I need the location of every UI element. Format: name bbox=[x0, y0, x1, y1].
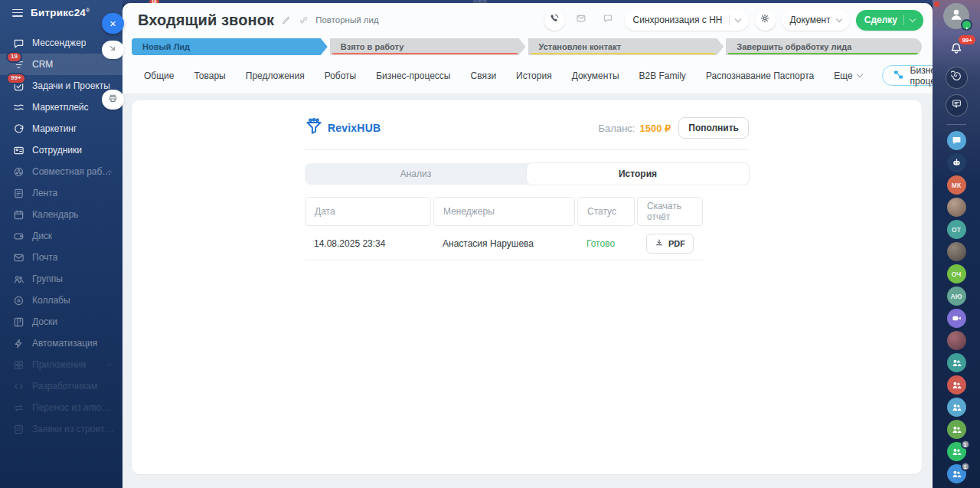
collapse-slider-button[interactable] bbox=[102, 41, 124, 59]
record-tab[interactable]: Бизнес-процессы bbox=[376, 70, 450, 81]
chat-avatar-group[interactable]: 1 bbox=[947, 464, 966, 483]
chat-avatar-video[interactable] bbox=[947, 309, 966, 328]
dev-icon bbox=[13, 381, 24, 392]
mail-icon bbox=[576, 13, 586, 27]
divider bbox=[305, 149, 749, 150]
avatar-initials: МК bbox=[952, 182, 961, 189]
record-tab-more[interactable]: Еще bbox=[834, 70, 861, 81]
topup-button[interactable]: Пополнить bbox=[678, 117, 749, 139]
sidebar-item-label: Почта bbox=[32, 252, 57, 263]
record-tab[interactable]: Документы bbox=[572, 70, 619, 81]
group-icon bbox=[951, 401, 962, 413]
record-tab[interactable]: Предложения bbox=[246, 70, 305, 81]
notifications-count-badge: 99+ bbox=[959, 35, 975, 44]
calendar-icon bbox=[13, 209, 24, 221]
edit-pencil-icon[interactable] bbox=[281, 15, 292, 25]
email-button[interactable] bbox=[571, 10, 592, 31]
app-card: RevixHUB Баланс: 1500 ₽ Пополнить Анализ… bbox=[132, 100, 922, 474]
sidebar-item-label: CRM bbox=[32, 59, 53, 70]
chat-avatar-photo[interactable] bbox=[947, 331, 966, 350]
sidebar-item-marketing[interactable]: Маркетинг bbox=[0, 118, 122, 139]
chat-avatar-photo[interactable] bbox=[947, 242, 966, 261]
pipeline-stage[interactable]: Взято в работу bbox=[330, 38, 526, 55]
sidebar-item-requests[interactable]: Заявки из строительства bbox=[0, 418, 122, 440]
sidebar-item-disk[interactable]: Диск bbox=[0, 225, 122, 247]
chat-avatar-chat-lines[interactable] bbox=[947, 131, 966, 150]
pipeline-stage[interactable]: Завершить обработку лида bbox=[726, 38, 922, 55]
sidebar-item-groups[interactable]: Группы bbox=[0, 268, 122, 290]
chat-icon bbox=[603, 13, 613, 27]
requests-icon bbox=[13, 424, 24, 435]
chat-avatar-ОТ[interactable]: ОТ bbox=[947, 220, 966, 239]
chat-avatar-group[interactable] bbox=[947, 398, 966, 417]
create-deal-button[interactable]: Сделку bbox=[856, 10, 923, 31]
helpdesk-button[interactable] bbox=[946, 94, 968, 116]
sidebar-item-calendar[interactable]: Календарь bbox=[0, 204, 122, 225]
business-process-icon bbox=[893, 69, 904, 83]
table-row: 14.08.2025 23:34Анастасия НарушеваГотово… bbox=[305, 228, 703, 260]
sidebar-item-transfer[interactable]: Перенос из amoCRM bbox=[0, 397, 122, 418]
chat-button[interactable] bbox=[598, 10, 619, 31]
record-tab[interactable]: Общие bbox=[144, 70, 174, 81]
document-dropdown[interactable]: Документ bbox=[782, 10, 850, 31]
sidebar-item-mail[interactable]: Почта bbox=[0, 247, 122, 268]
app-tab-inactive[interactable]: Анализ bbox=[305, 163, 527, 185]
employees-icon bbox=[13, 145, 24, 156]
history-table: ДатаМенеджерыСтатусСкачать отчёт 14.08.2… bbox=[305, 197, 703, 260]
lead-stage-pipeline: Новый ЛидВзято в работуУстановлен контак… bbox=[132, 38, 922, 55]
chat-avatar-group[interactable] bbox=[947, 375, 966, 395]
chat-avatar-group[interactable] bbox=[947, 353, 966, 372]
pipeline-stage[interactable]: Новый Лид bbox=[132, 38, 328, 55]
sidebar-item-feed[interactable]: Лента bbox=[0, 182, 122, 204]
pipeline-stage[interactable]: Установлен контакт bbox=[528, 38, 724, 55]
unread-badge: 1 bbox=[961, 462, 970, 471]
sidebar-item-collabs[interactable]: Коллабы bbox=[0, 290, 122, 311]
sidebar-item-collab[interactable]: Совместная работа bbox=[0, 161, 122, 182]
download-report-button[interactable]: PDF bbox=[646, 234, 694, 254]
user-profile-avatar[interactable] bbox=[943, 3, 969, 29]
chat-avatar-group[interactable] bbox=[947, 420, 966, 439]
chat-avatar-ОЧ[interactable]: ОЧ bbox=[947, 264, 966, 283]
print-button[interactable] bbox=[102, 90, 124, 110]
record-tab[interactable]: История bbox=[516, 70, 552, 81]
chevron-down-icon bbox=[835, 15, 841, 21]
sidebar-item-label: Календарь bbox=[32, 209, 79, 220]
lead-slider-panel: Входящий звонок Повторный лид Синхрониза… bbox=[122, 3, 933, 488]
apps-icon bbox=[13, 359, 24, 371]
app-tab-active[interactable]: История bbox=[527, 163, 749, 185]
close-slider-button[interactable]: × bbox=[102, 13, 124, 34]
sidebar-item-label: Перенос из amoCRM bbox=[32, 402, 115, 413]
sidebar-item-crm[interactable]: CRM19 bbox=[0, 54, 122, 75]
chat-avatar-robot[interactable] bbox=[947, 153, 966, 172]
sidebar-item-label: Группы bbox=[32, 273, 63, 284]
sidebar-item-apps[interactable]: Приложения bbox=[0, 354, 122, 375]
record-tab[interactable]: B2B Family bbox=[639, 70, 686, 81]
record-tab[interactable]: Распознавание Паспорта bbox=[706, 70, 814, 81]
copy-link-icon[interactable] bbox=[299, 15, 309, 25]
hamburger-menu-icon[interactable] bbox=[12, 9, 23, 17]
business-process-button[interactable]: Бизнес-процессы bbox=[882, 65, 933, 86]
app-header-row: RevixHUB Баланс: 1500 ₽ Пополнить bbox=[305, 117, 749, 139]
groups-icon bbox=[13, 273, 24, 285]
sidebar-item-employees[interactable]: Сотрудники bbox=[0, 139, 122, 161]
chat-avatar-photo[interactable] bbox=[947, 198, 966, 217]
copilot-button[interactable] bbox=[946, 67, 968, 89]
sidebar-item-boards[interactable]: Доски bbox=[0, 311, 122, 332]
settings-button[interactable] bbox=[755, 10, 776, 31]
record-tabs: ОбщиеТоварыПредложенияРоботыБизнес-проце… bbox=[144, 65, 922, 86]
record-tab[interactable]: Связи bbox=[471, 70, 497, 81]
chat-avatar-group[interactable]: 1 bbox=[947, 442, 966, 461]
chat-avatar-МК[interactable]: МК bbox=[947, 175, 966, 195]
helpdesk-icon bbox=[951, 98, 962, 113]
record-tab[interactable]: Роботы bbox=[325, 70, 357, 81]
notifications-button[interactable]: 99+ bbox=[945, 38, 968, 61]
call-button[interactable] bbox=[544, 10, 565, 31]
sidebar-item-dev[interactable]: Разработчикам bbox=[0, 375, 122, 397]
sidebar-item-automation[interactable]: Автоматизация bbox=[0, 332, 122, 354]
record-tab[interactable]: Товары bbox=[194, 70, 225, 81]
sync-dropdown[interactable]: Синхронизация с НН bbox=[625, 10, 749, 31]
chat-avatar-АЮ[interactable]: АЮ bbox=[947, 287, 966, 306]
sidebar-item-label: Автоматизация bbox=[32, 338, 97, 349]
app-logo[interactable]: Битрикс24® bbox=[31, 7, 90, 18]
mail-icon bbox=[13, 252, 24, 264]
